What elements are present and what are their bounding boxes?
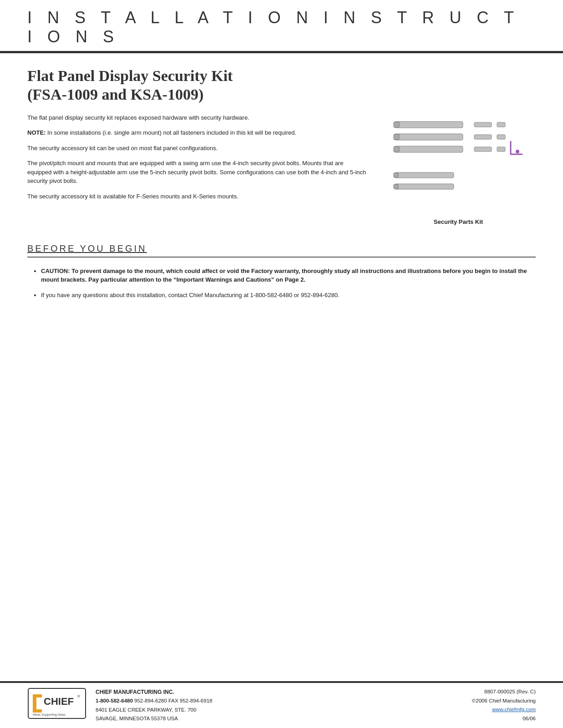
contact-item: If you have any questions about this ins…: [41, 291, 536, 300]
note-paragraph: NOTE: In some installations (i.e. single…: [27, 128, 367, 137]
parts-caption: Security Parts Kit: [434, 218, 483, 225]
before-title: BEFORE YOU BEGIN: [27, 243, 536, 254]
svg-rect-15: [395, 184, 454, 189]
footer-website-link[interactable]: www.chiefmfg.com: [492, 707, 536, 712]
svg-rect-5: [394, 147, 399, 152]
footer-logo: CHIEF ® Ideas Supporting Ideas: [27, 688, 86, 721]
svg-rect-6: [474, 122, 492, 127]
header-bar: I N S T A L L A T I O N I N S T R U C T …: [0, 0, 563, 53]
page-title: I N S T A L L A T I O N I N S T R U C T …: [27, 8, 536, 46]
page: I N S T A L L A T I O N I N S T R U C T …: [0, 0, 563, 728]
svg-text:Ideas Supporting Ideas: Ideas Supporting Ideas: [33, 713, 66, 717]
svg-rect-2: [395, 134, 463, 140]
svg-rect-1: [394, 122, 399, 127]
footer-address1: 8401 EAGLE CREEK PARKWAY, STE. 700: [96, 706, 463, 715]
footer: CHIEF ® Ideas Supporting Ideas CHIEF MAN…: [0, 681, 563, 728]
footer-company: CHIEF MANUFACTURING INC.: [96, 688, 463, 697]
svg-rect-8: [474, 135, 492, 139]
footer-address: CHIEF MANUFACTURING INC. 1-800-582-6480 …: [96, 688, 463, 723]
footer-right: 8807-000025 (Rev. C) ©2006 Chief Manufac…: [472, 688, 536, 723]
footer-address2: SAVAGE, MINNESOTA 55378 USA: [96, 714, 463, 723]
intro-paragraph-4: The security accessory kit is available …: [27, 192, 367, 201]
svg-text:®: ®: [77, 694, 80, 698]
svg-point-12: [516, 150, 519, 153]
svg-rect-13: [395, 172, 454, 178]
parts-image-block: Security Parts Kit: [381, 113, 536, 225]
document-title: Flat Panel Display Security Kit(FSA-1009…: [27, 67, 536, 104]
before-list: CAUTION: To prevent damage to the mount,…: [41, 267, 536, 300]
svg-rect-14: [394, 173, 398, 177]
main-content: Flat Panel Display Security Kit(FSA-1009…: [0, 53, 563, 681]
footer-website: www.chiefmfg.com: [472, 705, 536, 714]
svg-text:CHIEF: CHIEF: [44, 696, 74, 707]
footer-date: 06/06: [472, 714, 536, 723]
svg-rect-3: [394, 134, 399, 140]
svg-rect-4: [395, 146, 463, 152]
intro-text-block: The flat panel display security kit repl…: [27, 113, 367, 225]
caution-text: CAUTION: To prevent damage to the mount,…: [41, 268, 527, 283]
intro-paragraph-3: The pivot/pitch mount and mounts that ar…: [27, 159, 367, 186]
svg-rect-16: [394, 184, 398, 189]
svg-rect-10: [474, 147, 492, 152]
footer-fax-label: FAX: [168, 698, 180, 703]
footer-phone-line: 1-800-582-6480 952-894-6280 FAX 952-894-…: [96, 697, 463, 706]
svg-rect-7: [497, 122, 505, 127]
footer-part-number: 8807-000025 (Rev. C): [472, 688, 536, 697]
parts-svg: [381, 113, 536, 215]
footer-fax: 952-894-6918: [180, 698, 213, 703]
caution-item: CAUTION: To prevent damage to the mount,…: [41, 267, 536, 284]
before-you-begin-header: BEFORE YOU BEGIN: [27, 243, 536, 258]
note-label: NOTE:: [27, 129, 46, 136]
note-text: In some installations (i.e. single arm m…: [47, 129, 296, 136]
intro-section: The flat panel display security kit repl…: [27, 113, 536, 225]
svg-rect-11: [497, 147, 505, 152]
footer-phone-bold: 1-800-582-6480: [96, 698, 133, 703]
intro-paragraph-1: The flat panel display security kit repl…: [27, 113, 367, 122]
svg-rect-9: [497, 135, 505, 139]
intro-paragraph-2: The security accessory kit can be used o…: [27, 144, 367, 153]
footer-copyright: ©2006 Chief Manufacturing: [472, 697, 536, 706]
footer-phone2-text: 952-894-6280: [134, 698, 167, 703]
svg-rect-0: [395, 121, 463, 128]
